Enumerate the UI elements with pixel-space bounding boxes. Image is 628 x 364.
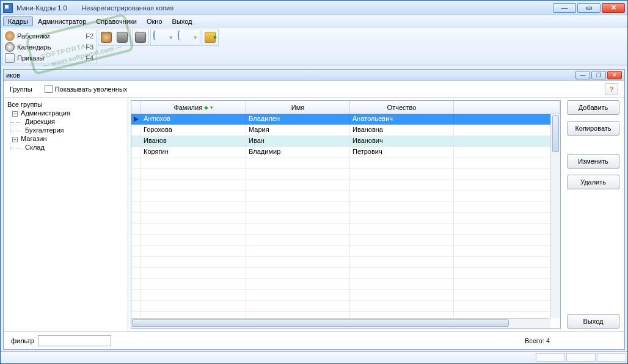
shortcut-key: F2	[86, 32, 93, 40]
table-row-empty	[131, 246, 560, 257]
shortcut-key: F3	[86, 43, 93, 51]
tree-toggle-icon[interactable]: −	[12, 111, 18, 117]
sort-indicator-icon: ◆ ▾	[204, 104, 213, 111]
filter-input[interactable]	[38, 335, 111, 346]
table-cell: Антюхов	[141, 114, 246, 125]
table-cell: Ивановна	[350, 125, 454, 136]
table-row-empty	[131, 279, 560, 290]
tree-leaf[interactable]: Бухгалтерия	[10, 126, 126, 134]
menu-item-кадры[interactable]: Кадры	[3, 16, 33, 26]
user-icon[interactable]	[101, 32, 112, 43]
add-button[interactable]: Добавить	[567, 100, 619, 115]
child-minimize-button[interactable]: —	[575, 71, 590, 79]
statusbar	[1, 351, 627, 363]
horizontal-scrollbar[interactable]	[131, 318, 550, 328]
menu-item-администратор[interactable]: Администратор	[33, 16, 91, 26]
show-fired-control[interactable]: Показывать уволенных	[45, 85, 128, 93]
table-cell: Владилен	[246, 114, 350, 125]
shortcut-label: Календарь	[17, 43, 83, 51]
clock-icon	[5, 42, 15, 52]
app-icon	[3, 3, 13, 13]
undo-icon[interactable]	[153, 32, 164, 43]
employees-grid[interactable]: Фамилия ◆ ▾ИмяОтчество ▶АнтюховВладиленА…	[131, 100, 561, 329]
minimize-button[interactable]: —	[553, 3, 576, 13]
shortcut-работники[interactable]: РаботникиF2	[5, 31, 93, 42]
help-button[interactable]: ?	[605, 83, 618, 95]
toolbar-shortcuts: РаботникиF2КалендарьF3ПриказыF4	[2, 29, 97, 64]
table-cell-spacer	[454, 114, 560, 125]
table-row-empty	[131, 158, 560, 169]
child-close-button[interactable]: ✕	[607, 71, 622, 79]
maximize-button[interactable]: ▭	[577, 3, 601, 13]
row-indicator: ▶	[131, 114, 141, 125]
app-title: Мини-Кадры 1.0	[16, 4, 67, 12]
tree-leaf[interactable]: Дирекция	[10, 117, 126, 126]
tree-node[interactable]: − Администрация	[5, 109, 126, 117]
table-row[interactable]: ИвановИванИванович	[131, 136, 560, 147]
show-fired-checkbox[interactable]	[45, 85, 53, 93]
app-subtitle: Незарегистрированная копия	[82, 4, 174, 12]
grid-body[interactable]: ▶АнтюховВладиленАнатольевичГороховаМария…	[131, 114, 560, 318]
people-icon	[5, 31, 15, 41]
row-indicator	[131, 125, 141, 136]
menu-item-окно[interactable]: Окно	[142, 16, 167, 26]
table-row[interactable]: ГороховаМарияИвановна	[131, 125, 560, 136]
settings-icon[interactable]	[135, 32, 146, 43]
status-cell	[597, 353, 626, 362]
status-cell	[536, 353, 565, 362]
grid-row-indicator-header	[131, 101, 141, 114]
show-fired-label: Показывать уволенных	[55, 86, 128, 93]
table-cell-spacer	[454, 125, 560, 136]
tools-icon[interactable]	[117, 32, 128, 43]
redo-dropdown-icon[interactable]: ▾	[194, 34, 197, 42]
table-row-empty	[131, 301, 560, 312]
total-count: Всего: 4	[525, 337, 550, 344]
table-cell: Горохова	[141, 125, 246, 136]
menubar: КадрыАдминистраторСправочникиОкноВыход	[1, 15, 627, 27]
tree-node[interactable]: − Магазин	[5, 134, 126, 143]
groups-tree[interactable]: Все группы− АдминистрацияДирекцияБухгалт…	[4, 98, 128, 331]
child-footer: фильтр Всего: 4	[4, 331, 624, 349]
toolbar-undo-redo: ▾ ▾	[150, 29, 200, 46]
table-cell: Корягин	[141, 147, 246, 158]
menu-item-выход[interactable]: Выход	[167, 16, 197, 26]
table-row-empty	[131, 180, 560, 191]
grid-column-header[interactable]: Имя	[246, 101, 350, 114]
undo-dropdown-icon[interactable]: ▾	[169, 34, 173, 42]
row-indicator	[131, 136, 141, 147]
edit-button[interactable]: Изменить	[567, 154, 619, 169]
delete-button[interactable]: Удалить	[567, 175, 619, 189]
grid-column-header[interactable]: Фамилия ◆ ▾	[141, 101, 246, 114]
grid-column-header[interactable]: Отчество	[350, 101, 454, 114]
document-icon	[5, 53, 15, 63]
table-row[interactable]: ▶АнтюховВладиленАнатольевич	[131, 114, 560, 125]
menu-item-справочники[interactable]: Справочники	[91, 16, 142, 26]
tree-toggle-icon[interactable]: −	[12, 137, 18, 142]
toolbar-exit	[202, 29, 219, 46]
toolbar-area: РаботникиF2КалендарьF3ПриказыF4 ▾ ▾	[1, 27, 627, 65]
exit-button[interactable]: Выход	[567, 314, 619, 329]
shortcut-приказы[interactable]: ПриказыF4	[5, 53, 93, 64]
app-window: Мини-Кадры 1.0 Незарегистрированная копи…	[0, 0, 628, 364]
table-row-empty	[131, 169, 560, 180]
redo-icon[interactable]	[178, 32, 189, 43]
table-cell: Иванов	[141, 136, 246, 147]
tree-leaf[interactable]: Склад	[10, 143, 126, 151]
table-row-empty	[131, 202, 560, 213]
toolbar-tools-2	[132, 29, 149, 46]
table-row[interactable]: КорягинВладимирПетрович	[131, 147, 560, 158]
table-row-empty	[131, 191, 560, 202]
child-restore-button[interactable]: ❐	[591, 71, 606, 79]
table-cell: Владимир	[246, 147, 350, 158]
exit-icon[interactable]	[205, 32, 216, 43]
shortcut-календарь[interactable]: КалендарьF3	[5, 42, 93, 53]
titlebar: Мини-Кадры 1.0 Незарегистрированная копи…	[1, 1, 627, 15]
toolbar-tools-1	[98, 29, 131, 46]
close-button[interactable]: ✕	[602, 3, 625, 13]
table-row-empty	[131, 213, 560, 224]
tree-root[interactable]: Все группы	[5, 100, 126, 109]
groups-label: Группы	[10, 86, 32, 93]
table-cell-spacer	[454, 136, 560, 147]
copy-button[interactable]: Копировать	[567, 121, 619, 136]
vertical-scrollbar[interactable]	[550, 114, 560, 318]
